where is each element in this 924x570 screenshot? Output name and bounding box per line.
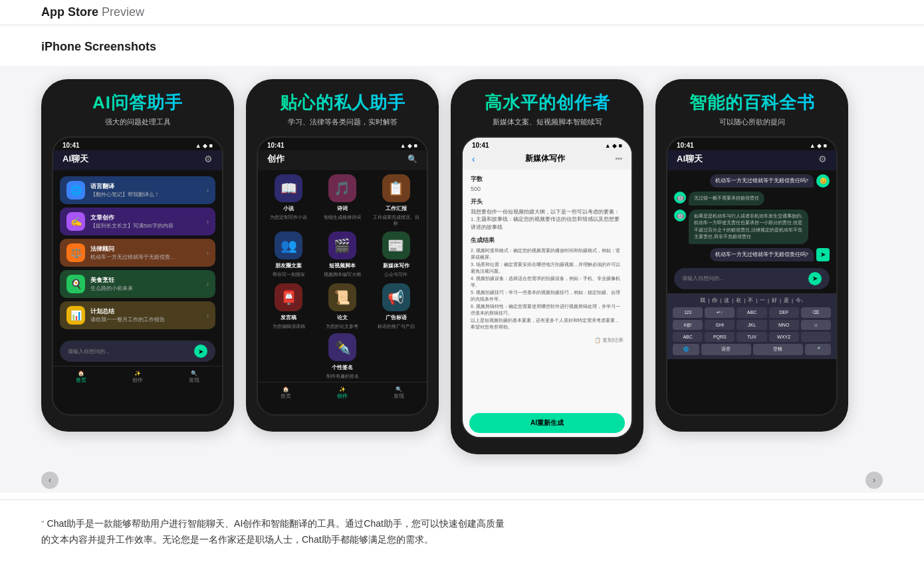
key-jkl[interactable]: JKL	[737, 320, 766, 330]
key-voice[interactable]: 语音	[701, 344, 751, 355]
phone3-header-title: 新媒体写作	[481, 153, 610, 164]
creation-item-ads[interactable]: 📢 广告标语 标语的推广与产品	[372, 283, 420, 329]
creation-item-moments[interactable]: 👥 朋友圈文案 帮你写一则朋友	[265, 231, 313, 277]
key-123[interactable]: 123	[673, 307, 703, 318]
chat-item-3-icon: ⚖️	[66, 243, 85, 262]
phone1-nav-discover[interactable]: 🔍发现	[189, 370, 199, 384]
key-backspace[interactable]: ⌫	[801, 307, 831, 318]
phone4-header-title: AI聊天	[677, 153, 703, 165]
creation-item-sig[interactable]: ✒️ 个性签名 制作有趣的签名	[265, 333, 420, 379]
phone4-status-icons: ▲ ◆ ■	[810, 142, 827, 149]
chat-item-5-arrow: ›	[207, 312, 209, 319]
key-special[interactable]: #@!	[673, 320, 703, 330]
chat-item-3-sub: 机动车一方无过错就等于无赔偿责任吗?	[90, 254, 177, 261]
phone4-ai-icon1: 🤖	[674, 192, 686, 204]
moments-desc: 帮你写一则朋友	[273, 272, 305, 277]
phone2-nav-discover[interactable]: 🔍发现	[394, 386, 404, 400]
creation-item-poetry[interactable]: 🎵 诗词 智能生成格律诗词	[318, 174, 367, 226]
essay-icon: 📜	[328, 283, 356, 311]
suggest-1[interactable]: 我	[700, 297, 705, 304]
phone1-send-button[interactable]: ➤	[194, 345, 207, 358]
key-shift[interactable]: ↵↑	[705, 307, 735, 318]
report-icon: 📋	[382, 174, 410, 202]
description-content: Chat助手是一款能够帮助用户进行智能聊天、AI创作和智能翻译的工具。通过Cha…	[41, 518, 505, 545]
scroll-hints: ‹ ›	[0, 468, 924, 493]
keyboard-row-4: 🌐 语音 空格 🎤	[673, 344, 831, 355]
phone4-subtitle: 可以随心所欲的提问	[719, 117, 785, 127]
key-mic[interactable]: 🎤	[805, 344, 832, 355]
scroll-left-button[interactable]: ‹	[41, 472, 58, 489]
key-space[interactable]: 空格	[753, 344, 803, 355]
key-globe[interactable]: 🌐	[673, 344, 699, 355]
key-emoji[interactable]: ☺	[801, 320, 831, 330]
phone3-field1-label: 字数	[471, 175, 624, 184]
phone3-generate-button[interactable]: AI重新生成	[469, 413, 625, 433]
novel-desc: 为您定制写作小说	[270, 215, 307, 220]
phone1-input-bar[interactable]: 请输入你想问的... ➤	[60, 341, 215, 362]
suggest-4[interactable]: 在	[736, 297, 741, 304]
suggest-5[interactable]: 不	[748, 297, 753, 304]
phone1-time: 10:41	[62, 142, 80, 149]
key-tuv[interactable]: TUV	[737, 332, 766, 342]
key-mno[interactable]: MNO	[769, 320, 799, 330]
chat-item-4[interactable]: 🍳 美食烹饪 生么路的小前来来 ›	[60, 270, 215, 298]
suggest-9[interactable]: 今↓	[796, 297, 804, 304]
chat-item-1-content: 语言翻译 【翻外心笔记】帮我翻译么！	[90, 182, 201, 198]
chat-item-3-content: 法律顾问 机动车一方无过错就等于无赔偿责任吗?	[90, 245, 201, 261]
phone3-result-text: 2. 视频时度和格式：确定您的视频需要的播放时间和拍摄格式，例如：竖屏或横屏。3…	[471, 247, 624, 331]
creation-item-report[interactable]: 📋 工作汇报 工作成果完成情况、目标	[372, 174, 420, 226]
suggest-2[interactable]: 你	[712, 297, 717, 304]
description-text: " Chat助手是一款能够帮助用户进行智能聊天、AI创作和智能翻译的工具。通过C…	[41, 516, 507, 548]
key-pqrs[interactable]: PQRS	[705, 332, 735, 342]
phone4-input-bar[interactable]: 请输入你想问的... ➤	[674, 268, 830, 289]
speech-icon: 📮	[275, 283, 302, 311]
phone2-search-icon[interactable]: 🔍	[407, 154, 417, 164]
creation-item-media[interactable]: 📰 新媒体写作 公众号写作	[372, 231, 420, 277]
suggest-7[interactable]: 好	[772, 297, 777, 304]
suggest-6[interactable]: 一	[760, 297, 765, 304]
key-empty	[801, 332, 831, 342]
phone1-nav-home[interactable]: 🏠首页	[76, 370, 86, 384]
chat-item-2[interactable]: ✍️ 文章创作 【提到长文长文】写满500字的内容 ›	[60, 208, 215, 235]
creation-item-novel[interactable]: 📖 小说 为您定制写作小说	[265, 174, 313, 226]
phone2-nav-bar: 🏠首页 ✨创作 🔍发现	[258, 382, 427, 402]
chat-item-3[interactable]: ⚖️ 法律顾问 机动车一方无过错就等于无赔偿责任吗? ›	[60, 239, 215, 267]
phone3-back-button[interactable]: ‹	[472, 154, 475, 164]
suggest-3[interactable]: 这	[724, 297, 729, 304]
phone3-more-icon[interactable]: •••	[615, 155, 622, 162]
phone2-nav-home[interactable]: 🏠首页	[281, 386, 291, 400]
key-abc2[interactable]: ABC	[673, 332, 703, 342]
keyboard-row-3: ABC PQRS TUV WXYZ	[673, 332, 831, 342]
phone1-nav-create[interactable]: ✨创作	[132, 370, 143, 384]
phone2-nav-create[interactable]: ✨创作	[337, 386, 348, 400]
creation-item-speech[interactable]: 📮 发言稿 为您编辑演讲稿	[265, 283, 313, 329]
chat-item-4-icon: 🍳	[66, 275, 85, 293]
phone1-settings-icon[interactable]: ⚙	[204, 154, 213, 164]
phone2-header: 创作 🔍	[258, 150, 427, 170]
chat-item-2-content: 文章创作 【提到长文长文】写满500字的内容	[90, 214, 201, 229]
key-def[interactable]: DEF	[769, 307, 799, 318]
moments-icon: 👥	[275, 231, 302, 259]
chat-item-1-icon: 🌐	[66, 181, 85, 200]
keyboard-row-1: 123 ↵↑ ABC DEF ⌫	[673, 307, 831, 318]
phone4-settings-icon[interactable]: ⚙	[818, 154, 827, 164]
poetry-name: 诗词	[337, 205, 348, 212]
phone3-subtitle: 新媒体文案、短视频脚本智能续写	[493, 117, 602, 127]
phone3-copy-btn[interactable]: 📋 复制结果	[471, 337, 624, 344]
key-wxyz[interactable]: WXYZ	[769, 332, 799, 342]
phone4-send-icon: ➤	[816, 248, 830, 261]
phone4-msg-user2: 机动车一方无过错就等于无赔偿责任吗?	[710, 248, 814, 261]
chat-item-5[interactable]: 📊 计划总结 请给我一一整月工作的工作报告 ›	[60, 301, 215, 329]
key-ghi[interactable]: GHI	[705, 320, 735, 330]
phone4-send-button[interactable]: ➤	[808, 272, 822, 285]
phone4-input-placeholder: 请输入你想问的...	[682, 275, 724, 282]
creation-item-video[interactable]: 🎬 短视频脚本 视频脚本编写大纲	[318, 231, 367, 277]
phone3-screen: 10:41 ▲ ◆ ■ ‹ 新媒体写作 ••• 字数 500 开头 我想要创作一…	[461, 136, 633, 438]
scroll-right-button[interactable]: ›	[866, 472, 883, 489]
key-abc[interactable]: ABC	[737, 307, 766, 318]
ads-desc: 标语的推广与产品	[378, 324, 415, 329]
chat-item-1[interactable]: 🌐 语言翻译 【翻外心笔记】帮我翻译么！ ›	[60, 176, 215, 204]
creation-item-essay[interactable]: 📜 论文 为您的论文参考	[318, 283, 367, 329]
suggest-8[interactable]: 是	[784, 297, 789, 304]
ads-name: 广告标语	[386, 314, 407, 321]
